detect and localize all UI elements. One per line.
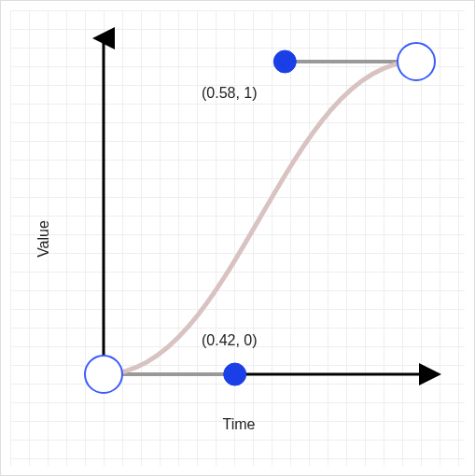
control-point-p2[interactable] bbox=[273, 50, 296, 73]
chart-svg bbox=[1, 1, 475, 476]
control-point-p1-label: (0.42, 0) bbox=[202, 332, 258, 349]
y-axis-label: Value bbox=[35, 220, 52, 258]
x-axis-label: Time bbox=[223, 416, 256, 433]
bezier-chart: Value Time (0.42, 0) (0.58, 1) bbox=[0, 0, 475, 476]
endpoint-p3[interactable] bbox=[398, 43, 435, 80]
control-point-p1[interactable] bbox=[224, 363, 246, 385]
control-point-p2-label: (0.58, 1) bbox=[202, 85, 258, 102]
endpoint-p0[interactable] bbox=[85, 356, 122, 393]
bezier-curve bbox=[104, 62, 416, 374]
